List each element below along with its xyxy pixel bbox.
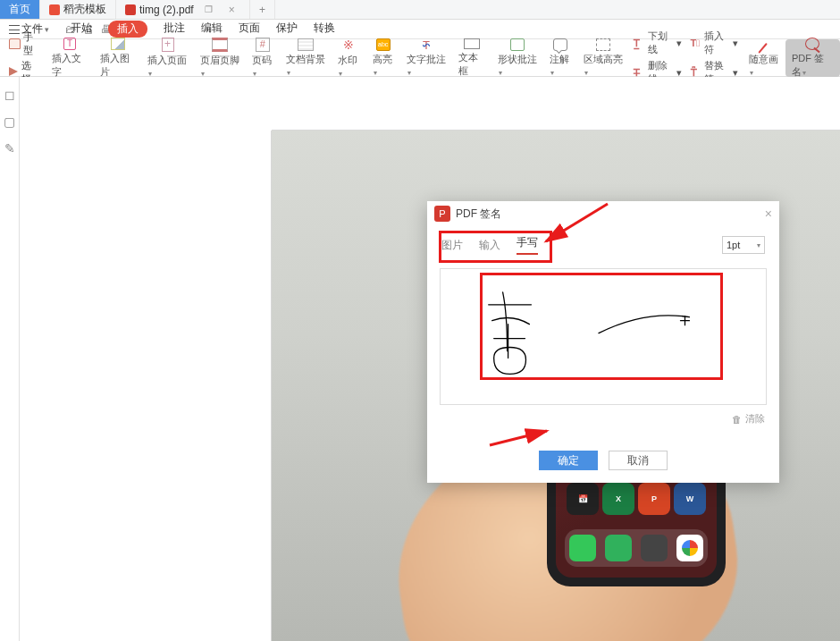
tab-template-label: 稻壳模板 (63, 2, 106, 17)
cancel-label: 取消 (627, 453, 649, 468)
caret-icon: ▾ (499, 69, 502, 77)
highlight-icon (376, 38, 391, 51)
document-tabs: 首页 稻壳模板 timg (2).pdf ❐ × + (0, 0, 840, 20)
insert-char-icon: T͐ (691, 38, 701, 48)
caret-icon: ▾ (407, 69, 411, 77)
note-label: 注解 (550, 54, 569, 64)
tab-home-label: 首页 (9, 2, 30, 17)
app-calendar-icon: 📅 (567, 483, 599, 515)
ribbon-tabs: 开始 插入 批注 编辑 页面 保护 转换 (71, 21, 335, 38)
signature-canvas[interactable] (440, 268, 767, 405)
tab-new[interactable]: + (250, 0, 275, 19)
ribbon-tab-protect[interactable]: 保护 (276, 21, 298, 38)
pdf-sign-dialog: P PDF 签名 × 图片 输入 手写 1pt ▾ (427, 201, 779, 483)
watermark-icon: ※ (340, 38, 357, 52)
ribbon-tab-page[interactable]: 页面 (239, 21, 260, 38)
doc-icon (49, 4, 60, 15)
ribbon-tab-edit[interactable]: 编辑 (201, 21, 223, 38)
cancel-button[interactable]: 取消 (609, 451, 668, 470)
sign-tab-input[interactable]: 输入 (479, 238, 500, 253)
area-highlight-button[interactable]: 区域高亮▾ (577, 39, 629, 77)
line-width-select[interactable]: 1pt ▾ (722, 236, 765, 254)
tab-restore-icon[interactable]: ❐ (205, 4, 213, 14)
dock-page-icon[interactable]: ▢ (4, 114, 15, 129)
page-number-button[interactable]: 页码▾ (246, 39, 280, 77)
pdf-sign-button[interactable]: PDF 签名▾ (785, 39, 840, 77)
dock-bookmark-icon[interactable]: ◻ (4, 88, 15, 102)
background-icon (298, 38, 314, 51)
shape-annotate-label: 形状批注 (498, 54, 537, 64)
insert-char-label: 插入符 (704, 30, 730, 56)
dialog-titlebar[interactable]: P PDF 签名 × (427, 201, 779, 226)
insert-char-button[interactable]: T͐插入符▾ (691, 30, 738, 56)
clear-signature[interactable]: 🗑 清除 (440, 409, 767, 429)
ribbon: 手型 选择 插入文字 插入图片 插入页面▾ 页眉页脚▾ 页码▾ 文档背景▾ ※ … (0, 39, 840, 77)
line-width-value: 1pt (727, 240, 740, 250)
tab-template[interactable]: 稻壳模板 (40, 0, 116, 19)
tab-close-icon[interactable]: × (229, 4, 235, 16)
insert-image-button[interactable]: 插入图片 (94, 39, 142, 77)
ribbon-tab-annotate[interactable]: 批注 (164, 21, 185, 38)
caret-icon: ▾ (750, 69, 753, 77)
textbox-label: 文本框 (458, 51, 485, 78)
header-footer-icon (212, 38, 228, 52)
area-highlight-label: 区域高亮 (584, 54, 623, 64)
freehand-button[interactable]: 随意画▾ (743, 39, 785, 77)
pencil-icon (758, 38, 770, 51)
app-camera-icon (641, 535, 668, 561)
textbox-button[interactable]: 文本框 (452, 39, 491, 77)
insert-page-label: 插入页面 (147, 55, 187, 65)
tab-file[interactable]: timg (2).pdf ❐ × (116, 0, 250, 19)
caret-icon: ▾ (733, 38, 738, 49)
ribbon-tab-start[interactable]: 开始 (71, 21, 92, 38)
shape-icon (510, 38, 525, 51)
caret-icon: ▾ (757, 241, 760, 249)
dialog-title: PDF 签名 (456, 207, 501, 222)
cursor-icon (9, 67, 19, 78)
tab-home[interactable]: 首页 (0, 0, 40, 19)
handwritten-signature (441, 269, 766, 405)
app-messages-icon (569, 535, 596, 561)
menu-icon (9, 25, 20, 34)
underline-icon: T̲ (634, 38, 644, 48)
doc-bg-button[interactable]: 文档背景▾ (280, 39, 332, 77)
ok-button[interactable]: 确定 (539, 451, 598, 470)
signature-icon (805, 38, 819, 50)
caret-icon: ▾ (287, 69, 290, 77)
text-annotate-icon (420, 38, 433, 51)
ribbon-tab-insert[interactable]: 插入 (108, 21, 147, 38)
app-chrome-icon (676, 535, 703, 561)
note-button[interactable]: 注解▾ (543, 39, 577, 77)
dialog-close-icon[interactable]: × (765, 207, 772, 221)
page-number-icon (256, 38, 270, 52)
header-footer-button[interactable]: 页眉页脚▾ (194, 39, 246, 77)
note-icon (553, 38, 567, 51)
insert-text-button[interactable]: 插入文字 (46, 39, 94, 77)
insert-text-label: 插入文字 (52, 52, 88, 79)
area-highlight-icon (596, 38, 610, 51)
caret-icon: ▾ (802, 69, 806, 77)
freehand-label: 随意画 (749, 54, 778, 64)
ok-label: 确定 (558, 453, 579, 468)
hand-tool[interactable]: 手型 (9, 30, 40, 57)
insert-page-button[interactable]: 插入页面▾ (141, 39, 193, 77)
shape-annotate-button[interactable]: 形状批注▾ (491, 39, 543, 77)
hand-tool-label: 手型 (23, 30, 41, 57)
sign-tab-image[interactable]: 图片 (441, 238, 463, 253)
doc-bg-label: 文档背景 (286, 54, 325, 64)
sign-tab-hand[interactable]: 手写 (517, 235, 538, 255)
insert-image-label: 插入图片 (100, 52, 136, 79)
watermark-label: 水印 (338, 55, 357, 65)
ribbon-tab-convert[interactable]: 转换 (314, 21, 335, 38)
highlight-button[interactable]: 高亮▾ (366, 39, 400, 77)
dock-draw-icon[interactable]: ✎ (4, 141, 15, 156)
underline-button[interactable]: T̲下划线▾ (634, 30, 681, 56)
sign-tabs: 图片 输入 手写 1pt ▾ (440, 232, 767, 261)
textbox-icon (464, 38, 480, 49)
page-plus-icon (162, 38, 174, 52)
watermark-button[interactable]: ※ 水印▾ (332, 39, 365, 77)
header-footer-label: 页眉页脚 (200, 55, 239, 65)
text-annotate-button[interactable]: 文字批注▾ (400, 39, 452, 77)
text-annotate-label: 文字批注 (407, 54, 446, 64)
caret-icon: ▾ (550, 69, 554, 77)
